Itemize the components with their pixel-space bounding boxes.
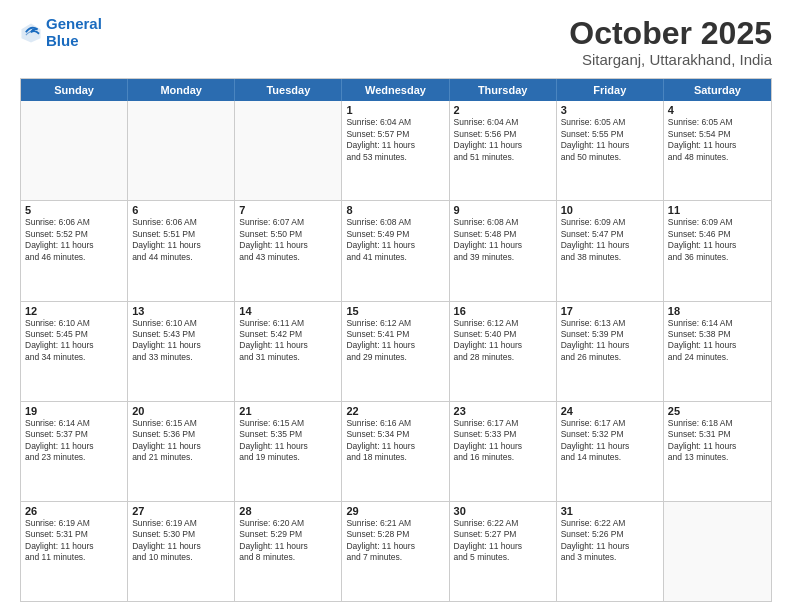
day-number: 31 <box>561 505 659 517</box>
day-cell-7: 7Sunrise: 6:07 AM Sunset: 5:50 PM Daylig… <box>235 201 342 300</box>
day-number: 2 <box>454 104 552 116</box>
day-number: 27 <box>132 505 230 517</box>
day-number: 23 <box>454 405 552 417</box>
day-number: 9 <box>454 204 552 216</box>
day-info: Sunrise: 6:07 AM Sunset: 5:50 PM Dayligh… <box>239 217 337 263</box>
day-cell-31: 31Sunrise: 6:22 AM Sunset: 5:26 PM Dayli… <box>557 502 664 601</box>
header: General Blue October 2025 Sitarganj, Utt… <box>20 16 772 68</box>
week-row-1: 1Sunrise: 6:04 AM Sunset: 5:57 PM Daylig… <box>21 101 771 201</box>
day-info: Sunrise: 6:19 AM Sunset: 5:31 PM Dayligh… <box>25 518 123 564</box>
day-number: 26 <box>25 505 123 517</box>
day-number: 14 <box>239 305 337 317</box>
day-number: 5 <box>25 204 123 216</box>
day-number: 21 <box>239 405 337 417</box>
title-block: October 2025 Sitarganj, Uttarakhand, Ind… <box>569 16 772 68</box>
day-cell-18: 18Sunrise: 6:14 AM Sunset: 5:38 PM Dayli… <box>664 302 771 401</box>
calendar-header: SundayMondayTuesdayWednesdayThursdayFrid… <box>21 79 771 101</box>
day-cell-15: 15Sunrise: 6:12 AM Sunset: 5:41 PM Dayli… <box>342 302 449 401</box>
day-cell-1: 1Sunrise: 6:04 AM Sunset: 5:57 PM Daylig… <box>342 101 449 200</box>
week-row-2: 5Sunrise: 6:06 AM Sunset: 5:52 PM Daylig… <box>21 201 771 301</box>
day-cell-27: 27Sunrise: 6:19 AM Sunset: 5:30 PM Dayli… <box>128 502 235 601</box>
empty-cell <box>235 101 342 200</box>
day-cell-23: 23Sunrise: 6:17 AM Sunset: 5:33 PM Dayli… <box>450 402 557 501</box>
day-number: 11 <box>668 204 767 216</box>
week-row-5: 26Sunrise: 6:19 AM Sunset: 5:31 PM Dayli… <box>21 502 771 601</box>
day-cell-30: 30Sunrise: 6:22 AM Sunset: 5:27 PM Dayli… <box>450 502 557 601</box>
day-number: 8 <box>346 204 444 216</box>
day-info: Sunrise: 6:12 AM Sunset: 5:41 PM Dayligh… <box>346 318 444 364</box>
day-info: Sunrise: 6:05 AM Sunset: 5:55 PM Dayligh… <box>561 117 659 163</box>
location: Sitarganj, Uttarakhand, India <box>569 51 772 68</box>
day-info: Sunrise: 6:19 AM Sunset: 5:30 PM Dayligh… <box>132 518 230 564</box>
day-cell-22: 22Sunrise: 6:16 AM Sunset: 5:34 PM Dayli… <box>342 402 449 501</box>
day-cell-20: 20Sunrise: 6:15 AM Sunset: 5:36 PM Dayli… <box>128 402 235 501</box>
day-number: 29 <box>346 505 444 517</box>
header-day-wednesday: Wednesday <box>342 79 449 101</box>
day-cell-21: 21Sunrise: 6:15 AM Sunset: 5:35 PM Dayli… <box>235 402 342 501</box>
day-cell-16: 16Sunrise: 6:12 AM Sunset: 5:40 PM Dayli… <box>450 302 557 401</box>
day-info: Sunrise: 6:06 AM Sunset: 5:51 PM Dayligh… <box>132 217 230 263</box>
day-info: Sunrise: 6:04 AM Sunset: 5:57 PM Dayligh… <box>346 117 444 163</box>
day-number: 18 <box>668 305 767 317</box>
day-number: 25 <box>668 405 767 417</box>
day-number: 17 <box>561 305 659 317</box>
day-number: 19 <box>25 405 123 417</box>
header-day-saturday: Saturday <box>664 79 771 101</box>
empty-cell <box>128 101 235 200</box>
calendar: SundayMondayTuesdayWednesdayThursdayFrid… <box>20 78 772 602</box>
day-number: 13 <box>132 305 230 317</box>
header-day-tuesday: Tuesday <box>235 79 342 101</box>
header-day-monday: Monday <box>128 79 235 101</box>
empty-cell <box>21 101 128 200</box>
day-info: Sunrise: 6:21 AM Sunset: 5:28 PM Dayligh… <box>346 518 444 564</box>
calendar-body: 1Sunrise: 6:04 AM Sunset: 5:57 PM Daylig… <box>21 101 771 601</box>
day-cell-26: 26Sunrise: 6:19 AM Sunset: 5:31 PM Dayli… <box>21 502 128 601</box>
day-info: Sunrise: 6:11 AM Sunset: 5:42 PM Dayligh… <box>239 318 337 364</box>
day-info: Sunrise: 6:22 AM Sunset: 5:26 PM Dayligh… <box>561 518 659 564</box>
day-cell-19: 19Sunrise: 6:14 AM Sunset: 5:37 PM Dayli… <box>21 402 128 501</box>
day-cell-9: 9Sunrise: 6:08 AM Sunset: 5:48 PM Daylig… <box>450 201 557 300</box>
day-cell-24: 24Sunrise: 6:17 AM Sunset: 5:32 PM Dayli… <box>557 402 664 501</box>
day-cell-10: 10Sunrise: 6:09 AM Sunset: 5:47 PM Dayli… <box>557 201 664 300</box>
day-info: Sunrise: 6:05 AM Sunset: 5:54 PM Dayligh… <box>668 117 767 163</box>
day-info: Sunrise: 6:09 AM Sunset: 5:47 PM Dayligh… <box>561 217 659 263</box>
page: General Blue October 2025 Sitarganj, Utt… <box>0 0 792 612</box>
day-cell-5: 5Sunrise: 6:06 AM Sunset: 5:52 PM Daylig… <box>21 201 128 300</box>
day-cell-2: 2Sunrise: 6:04 AM Sunset: 5:56 PM Daylig… <box>450 101 557 200</box>
day-info: Sunrise: 6:18 AM Sunset: 5:31 PM Dayligh… <box>668 418 767 464</box>
day-info: Sunrise: 6:08 AM Sunset: 5:48 PM Dayligh… <box>454 217 552 263</box>
day-cell-4: 4Sunrise: 6:05 AM Sunset: 5:54 PM Daylig… <box>664 101 771 200</box>
logo-icon <box>20 22 42 44</box>
day-number: 10 <box>561 204 659 216</box>
day-info: Sunrise: 6:04 AM Sunset: 5:56 PM Dayligh… <box>454 117 552 163</box>
day-number: 6 <box>132 204 230 216</box>
day-number: 15 <box>346 305 444 317</box>
day-number: 12 <box>25 305 123 317</box>
day-cell-3: 3Sunrise: 6:05 AM Sunset: 5:55 PM Daylig… <box>557 101 664 200</box>
day-info: Sunrise: 6:13 AM Sunset: 5:39 PM Dayligh… <box>561 318 659 364</box>
day-number: 3 <box>561 104 659 116</box>
day-info: Sunrise: 6:10 AM Sunset: 5:45 PM Dayligh… <box>25 318 123 364</box>
day-info: Sunrise: 6:17 AM Sunset: 5:32 PM Dayligh… <box>561 418 659 464</box>
day-cell-13: 13Sunrise: 6:10 AM Sunset: 5:43 PM Dayli… <box>128 302 235 401</box>
day-number: 22 <box>346 405 444 417</box>
day-info: Sunrise: 6:15 AM Sunset: 5:35 PM Dayligh… <box>239 418 337 464</box>
day-cell-17: 17Sunrise: 6:13 AM Sunset: 5:39 PM Dayli… <box>557 302 664 401</box>
day-number: 1 <box>346 104 444 116</box>
day-info: Sunrise: 6:12 AM Sunset: 5:40 PM Dayligh… <box>454 318 552 364</box>
day-cell-12: 12Sunrise: 6:10 AM Sunset: 5:45 PM Dayli… <box>21 302 128 401</box>
day-info: Sunrise: 6:06 AM Sunset: 5:52 PM Dayligh… <box>25 217 123 263</box>
day-cell-8: 8Sunrise: 6:08 AM Sunset: 5:49 PM Daylig… <box>342 201 449 300</box>
logo: General Blue <box>20 16 102 49</box>
day-cell-14: 14Sunrise: 6:11 AM Sunset: 5:42 PM Dayli… <box>235 302 342 401</box>
day-info: Sunrise: 6:14 AM Sunset: 5:37 PM Dayligh… <box>25 418 123 464</box>
day-info: Sunrise: 6:17 AM Sunset: 5:33 PM Dayligh… <box>454 418 552 464</box>
logo-text: General Blue <box>46 16 102 49</box>
day-number: 24 <box>561 405 659 417</box>
week-row-3: 12Sunrise: 6:10 AM Sunset: 5:45 PM Dayli… <box>21 302 771 402</box>
header-day-sunday: Sunday <box>21 79 128 101</box>
day-cell-29: 29Sunrise: 6:21 AM Sunset: 5:28 PM Dayli… <box>342 502 449 601</box>
day-info: Sunrise: 6:08 AM Sunset: 5:49 PM Dayligh… <box>346 217 444 263</box>
day-cell-6: 6Sunrise: 6:06 AM Sunset: 5:51 PM Daylig… <box>128 201 235 300</box>
day-number: 20 <box>132 405 230 417</box>
